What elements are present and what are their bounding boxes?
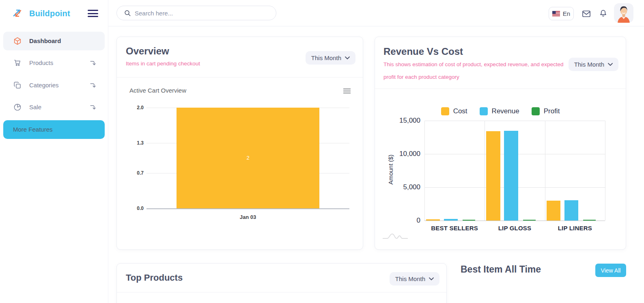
sidebar-item-label: Categories — [29, 82, 59, 89]
chevron-down-icon — [608, 63, 613, 66]
y-axis-tick: 5,000 — [395, 183, 420, 191]
overview-period-dropdown[interactable]: This Month — [306, 51, 355, 65]
legend-swatch — [480, 107, 488, 115]
cube-icon — [13, 37, 22, 45]
search-input[interactable] — [135, 6, 269, 19]
active-cart-chart: 2.01.30.70.02Jan 03 — [146, 108, 349, 208]
legend-label: Revenue — [492, 107, 519, 115]
y-axis-tick: 0 — [395, 216, 420, 225]
sidebar-item-products[interactable]: Products — [3, 54, 105, 72]
sidebar-item-label: Products — [29, 59, 53, 66]
expand-arrow-icon[interactable] — [89, 82, 97, 89]
bar-value-label: 2 — [177, 155, 319, 161]
gridline — [424, 221, 605, 221]
y-axis-tick: 2.0 — [128, 105, 144, 110]
search-box — [116, 6, 276, 20]
gridline-vertical — [605, 121, 605, 221]
category-label: BEST SELLERS — [424, 225, 485, 232]
overview-card: Overview Items in cart pending checkout … — [116, 37, 363, 250]
top-products-header: Top Products This Month — [117, 264, 446, 292]
sidebar-item-dashboard[interactable]: Dashboard — [3, 32, 105, 50]
sidebar-item-label: More Features — [13, 126, 53, 133]
legend-swatch — [532, 107, 540, 115]
search-icon — [124, 9, 131, 17]
mail-icon[interactable] — [582, 9, 591, 19]
gridline-vertical — [545, 121, 545, 221]
chevron-down-icon — [429, 277, 434, 280]
user-avatar[interactable] — [614, 3, 633, 23]
revenue-y-axis-label: Amount ($) — [387, 145, 394, 194]
revenue-vs-cost-chart: 15,00010,0005,0000BEST SELLERSLIP GLOSSL… — [424, 121, 605, 221]
y-axis-tick: 1.3 — [128, 140, 144, 146]
revenue-bar[interactable] — [444, 219, 458, 221]
cost-bar[interactable] — [547, 201, 560, 221]
sidebar-item-sale[interactable]: Sale — [3, 98, 105, 117]
chevron-down-icon — [345, 56, 350, 59]
logo-row: Buildpoint — [0, 4, 108, 24]
category-label: LIP GLOSS — [485, 225, 545, 232]
sidebar-toggle-hamburger-icon[interactable] — [88, 10, 98, 18]
profit-bar[interactable] — [523, 220, 536, 221]
topbar: En — [108, 0, 644, 26]
x-axis-label: Jan 03 — [146, 214, 349, 220]
sidebar: Buildpoint Dashboard Products — [0, 0, 108, 303]
overview-subtitle: Items in cart pending checkout — [126, 61, 200, 67]
legend-label: Cost — [453, 107, 467, 115]
revenue-period-dropdown[interactable]: This Month — [569, 58, 618, 71]
cart-bar[interactable]: 2 — [177, 108, 319, 208]
legend-swatch — [441, 107, 449, 115]
y-axis-tick: 0.7 — [128, 170, 144, 176]
revenue-title: Revenue Vs Cost — [383, 46, 463, 57]
best-item-title: Best Item All Time — [461, 264, 541, 275]
legend-item-profit[interactable]: Profit — [532, 107, 560, 115]
copy-icon — [13, 81, 22, 90]
revenue-vs-cost-card: Revenue Vs Cost This shows estimation of… — [375, 37, 626, 250]
overview-card-header: Overview Items in cart pending checkout … — [117, 37, 363, 78]
legend-item-cost[interactable]: Cost — [441, 107, 467, 115]
view-all-button[interactable]: View All — [595, 264, 626, 277]
legend-label: Profit — [544, 107, 560, 115]
revenue-bar[interactable] — [504, 131, 518, 221]
sidebar-item-more-features[interactable]: More Features — [3, 120, 105, 139]
top-products-title: Top Products — [126, 273, 183, 283]
expand-arrow-icon[interactable] — [89, 104, 97, 111]
expand-arrow-icon[interactable] — [89, 59, 97, 67]
overview-title: Overview — [126, 45, 169, 57]
cost-bar[interactable] — [426, 219, 440, 221]
revenue-subtitle: This shows estimation of cost of product… — [383, 58, 573, 83]
chart-options-menu-icon[interactable] — [343, 89, 351, 94]
bell-icon[interactable] — [599, 9, 608, 18]
pie-chart-icon — [13, 103, 22, 112]
language-label: En — [563, 10, 570, 17]
active-cart-chart-title: Active Cart Overview — [129, 87, 186, 94]
revenue-bar[interactable] — [564, 200, 578, 221]
gridline-vertical — [424, 121, 425, 221]
sidebar-item-label: Sale — [29, 104, 41, 110]
revenue-chart-legend: CostRevenueProfit — [375, 107, 626, 115]
cart-icon — [13, 58, 22, 67]
y-axis-tick: 15,000 — [395, 117, 420, 125]
us-flag-icon — [552, 11, 560, 16]
language-selector[interactable]: En — [549, 7, 574, 20]
revenue-card-header: Revenue Vs Cost This shows estimation of… — [375, 37, 626, 89]
gridline-vertical — [485, 121, 485, 221]
brand-name[interactable]: Buildpoint — [29, 9, 70, 18]
dashboard-page: Buildpoint Dashboard Products — [0, 0, 644, 303]
y-axis-tick: 0.0 — [128, 206, 144, 211]
y-axis-tick: 10,000 — [395, 150, 420, 158]
category-label: LIP LINERS — [545, 225, 605, 232]
top-products-period-dropdown[interactable]: This Month — [390, 272, 439, 286]
profit-bar[interactable] — [583, 220, 596, 221]
profit-bar[interactable] — [463, 220, 475, 221]
buildpoint-logo-icon — [11, 6, 24, 19]
legend-item-revenue[interactable]: Revenue — [480, 107, 519, 115]
gridline — [146, 208, 349, 209]
top-products-card: Top Products This Month — [116, 263, 447, 303]
gridline — [424, 121, 605, 121]
sidebar-item-label: Dashboard — [29, 37, 61, 44]
chart-watermark-icon — [382, 232, 408, 242]
sidebar-item-categories[interactable]: Categories — [3, 76, 105, 95]
cost-bar[interactable] — [486, 131, 500, 221]
